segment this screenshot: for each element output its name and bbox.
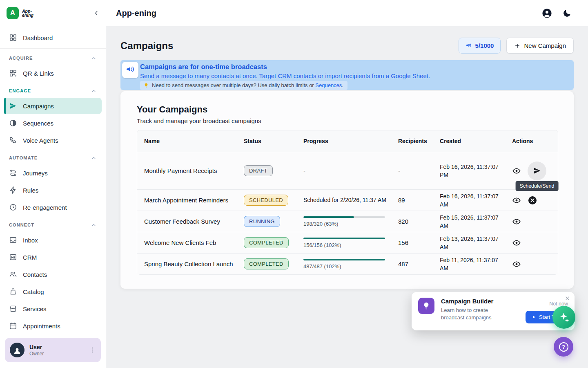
logo-icon: A [7, 7, 19, 19]
eye-icon [512, 166, 521, 175]
column-header-created: Created [440, 138, 512, 144]
tooltip: Schedule/Send [516, 181, 559, 191]
campaigns-card: Your Campaigns Track and manage your bro… [120, 91, 574, 289]
column-header-progress: Progress [303, 138, 398, 144]
ai-assistant-fab[interactable] [552, 306, 575, 329]
chevron-up-icon [91, 55, 97, 61]
column-header-name: Name [144, 138, 244, 144]
app-title: App-ening [116, 9, 156, 18]
progress-cell: 198/320 (63%) [303, 216, 398, 227]
campaign-name: Welcome New Clients Feb [144, 239, 244, 247]
sidebar-item-sequences[interactable]: Sequences [4, 115, 102, 131]
x-circle-icon [528, 195, 537, 205]
sidebar-item-contacts[interactable]: Contacts [4, 266, 102, 283]
table-header-row: NameStatusProgressRecipientsCreatedActio… [137, 130, 558, 152]
logo-text-line2: ening [22, 13, 33, 17]
created-cell: Feb 15, 2026, 11:37:07 AM [440, 213, 512, 230]
send-icon [533, 166, 541, 175]
megaphone-icon [466, 43, 472, 49]
dark-mode-toggle-icon[interactable] [562, 9, 572, 18]
status-cell: COMPLETED [244, 237, 303, 248]
view-button[interactable] [512, 217, 521, 226]
person-icon [12, 346, 22, 356]
popup-bulb-chip [418, 298, 434, 314]
progress-text: - [303, 167, 392, 174]
sidebar-item-appointments[interactable]: Appointments [4, 318, 102, 334]
popup-main: Campaign Builder Learn how to create bro… [441, 298, 519, 325]
view-button[interactable] [512, 166, 521, 175]
sidebar-item-re-engagement[interactable]: Re-engagement [4, 199, 102, 215]
divider [0, 48, 106, 49]
schedule-send-button[interactable] [528, 162, 546, 180]
play-icon [532, 315, 536, 319]
quota-label: 5/1000 [475, 42, 494, 49]
campaign-quota-button[interactable]: 5/1000 [459, 38, 501, 54]
cancel-button[interactable] [528, 195, 537, 205]
recipients-cell: 487 [398, 260, 440, 267]
dashboard-icon [9, 34, 17, 42]
progress-cell: 487/487 (102%) [303, 259, 398, 269]
campaign-name: Monthly Payment Receipts [144, 167, 244, 175]
inbox-icon [9, 236, 17, 244]
close-icon[interactable] [564, 295, 570, 301]
table-body: Monthly Payment ReceiptsDRAFT--Feb 16, 2… [137, 152, 558, 274]
sidebar-item-rules[interactable]: Rules [4, 182, 102, 198]
sidebar-item-crm[interactable]: CRM [4, 249, 102, 265]
help-fab[interactable]: ? [554, 337, 573, 357]
sidebar-sections: ACQUIRE QR & Links ENGAGE Campaigns Sequ… [0, 52, 106, 334]
status-cell: RUNNING [244, 216, 303, 227]
section-engage[interactable]: ENGAGE [4, 85, 102, 97]
sidebar-collapse-button[interactable] [93, 9, 100, 17]
calendar-icon [9, 322, 17, 330]
sidebar-item-voice-agents[interactable]: Voice Agents [4, 132, 102, 148]
user-card[interactable]: User Owner [5, 338, 101, 362]
column-header-status: Status [244, 138, 303, 144]
progress-cell: 156/156 (102%) [303, 238, 398, 248]
status-badge: COMPLETED [244, 258, 289, 269]
status-badge: SCHEDULED [244, 195, 288, 206]
progress-cell: Scheduled for 2/20/26, 11:37 AM [303, 196, 398, 204]
view-button[interactable] [512, 196, 521, 205]
app-logo: A App- ening [7, 7, 33, 19]
chevron-up-icon [91, 88, 97, 94]
contacts-icon [9, 270, 17, 278]
table-row: March Appointment RemindersSCHEDULEDSche… [137, 189, 558, 211]
actions-cell [512, 238, 558, 247]
new-campaign-button[interactable]: New Campaign [506, 38, 574, 54]
sidebar-item-dashboard[interactable]: Dashboard [4, 29, 102, 46]
catalog-icon [9, 287, 17, 296]
route-icon [9, 169, 17, 177]
topbar-actions [541, 8, 572, 19]
campaign-name: Spring Beauty Collection Launch [144, 260, 244, 268]
banner-megaphone-chip [122, 62, 138, 78]
sidebar-item-label: Services [23, 305, 47, 312]
sidebar-item-label: Re-engagement [23, 204, 67, 211]
section-acquire[interactable]: ACQUIRE [4, 52, 102, 64]
account-icon[interactable] [541, 8, 552, 19]
status-badge: RUNNING [244, 216, 280, 227]
sidebar-item-journeys[interactable]: Journeys [4, 165, 102, 181]
table-row: Spring Beauty Collection LaunchCOMPLETED… [137, 253, 558, 274]
status-cell: SCHEDULED [244, 195, 303, 206]
sidebar-item-catalog[interactable]: Catalog [4, 283, 102, 300]
sidebar-item-services[interactable]: Services [4, 301, 102, 317]
sidebar-item-campaigns[interactable]: Campaigns [4, 98, 102, 114]
sidebar-item-inbox[interactable]: Inbox [4, 232, 102, 248]
view-button[interactable] [512, 238, 521, 247]
table-row: Monthly Payment ReceiptsDRAFT--Feb 16, 2… [137, 152, 558, 189]
section-automate[interactable]: AUTOMATE [4, 152, 102, 164]
actions-cell: Schedule/Send [512, 162, 558, 180]
section-connect[interactable]: CONNECT [4, 219, 102, 231]
view-button[interactable] [512, 260, 521, 269]
user-menu-icon[interactable] [89, 346, 96, 354]
progress-text: Scheduled for 2/20/26, 11:37 AM [303, 196, 392, 204]
sequences-link[interactable]: Sequences [315, 82, 342, 88]
send-action: Schedule/Send [528, 162, 546, 180]
sidebar-item-qr-links[interactable]: QR & Links [4, 65, 102, 81]
sidebar: A App- ening Dashboard ACQUIRE QR & Link… [0, 0, 106, 368]
status-badge: DRAFT [244, 165, 273, 176]
sidebar-item-label: Inbox [23, 237, 38, 244]
section-label: ENGAGE [9, 88, 31, 93]
user-avatar [10, 343, 24, 357]
status-badge: COMPLETED [244, 237, 289, 248]
